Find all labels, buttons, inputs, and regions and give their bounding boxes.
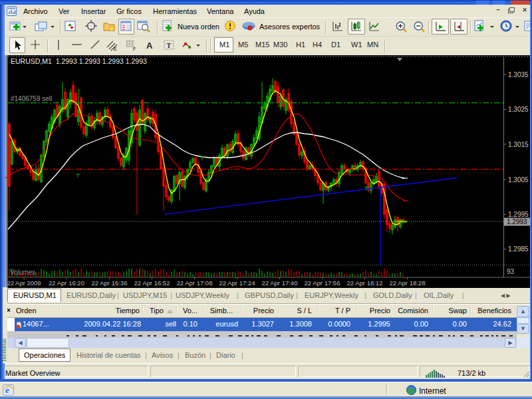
svg-text:22 Apr 16:36: 22 Apr 16:36 xyxy=(92,279,128,287)
svg-text:93: 93 xyxy=(507,268,515,275)
svg-text:1.2995: 1.2995 xyxy=(508,211,529,218)
svg-text:F: F xyxy=(133,47,136,51)
svg-text:E: E xyxy=(114,47,117,51)
svg-text:1.3005: 1.3005 xyxy=(508,176,529,184)
svg-text:22 Apr 17:24: 22 Apr 17:24 xyxy=(219,279,255,287)
svg-text:EURUSD,M1 1.2993 1.2993 1.299: EURUSD,M1 1.2993 1.2993 1.2993 1.2993 xyxy=(11,57,147,65)
svg-text:22 Apr 17:40: 22 Apr 17:40 xyxy=(262,279,298,287)
svg-text:Volumes: Volumes xyxy=(10,269,35,276)
svg-text:22 Apr 16:52: 22 Apr 16:52 xyxy=(134,279,170,287)
svg-text:1.2993: 1.2993 xyxy=(507,218,527,225)
svg-text:22 Apr 18:28: 22 Apr 18:28 xyxy=(390,279,426,287)
svg-text:1.3025: 1.3025 xyxy=(508,106,529,113)
svg-text:T: T xyxy=(167,42,172,49)
svg-text:22 Apr 18:12: 22 Apr 18:12 xyxy=(347,279,383,287)
svg-text:1.2985: 1.2985 xyxy=(508,245,529,253)
svg-text:22 Apr 16:20: 22 Apr 16:20 xyxy=(49,279,84,287)
svg-text:22 Apr 2009: 22 Apr 2009 xyxy=(7,279,41,287)
svg-text:1.3015: 1.3015 xyxy=(508,141,529,148)
svg-text:1.3035: 1.3035 xyxy=(508,71,529,78)
svg-text:22 Apr 17:56: 22 Apr 17:56 xyxy=(305,279,340,287)
svg-text:22 Apr 17:08: 22 Apr 17:08 xyxy=(177,279,213,287)
svg-text:#1406759 sell: #1406759 sell xyxy=(11,95,52,102)
